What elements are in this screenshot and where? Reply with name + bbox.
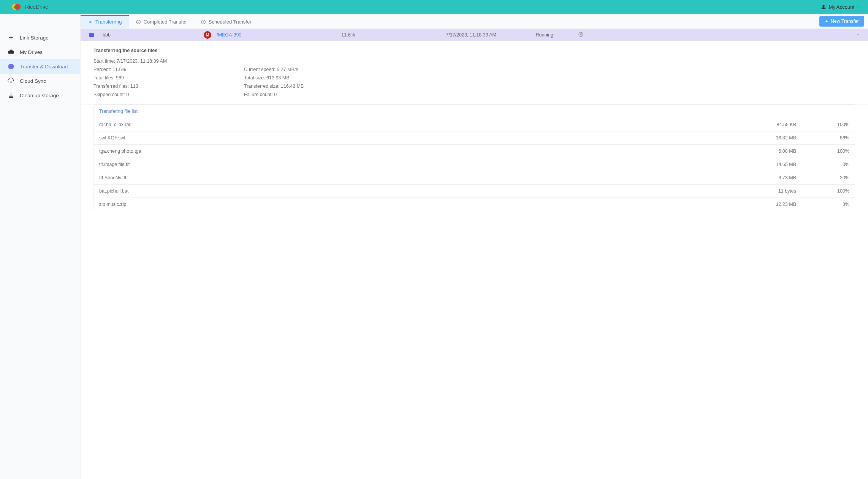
file-size: 3.73 MB: [732, 175, 796, 180]
file-size: 12.23 MB: [732, 202, 796, 207]
file-row: bat.pichuli.bat11 bytes100%: [94, 185, 855, 198]
new-transfer-button[interactable]: New Transfer: [819, 16, 864, 27]
file-row: ttf.ShaoNv.ttf3.73 MB20%: [94, 171, 855, 185]
sidebar-item-label: Link Storage: [20, 35, 49, 41]
file-name: ttf.ShaoNv.ttf: [99, 175, 732, 180]
file-size: 11 bytes: [732, 188, 796, 194]
file-name: swf.KOF.swf: [99, 135, 732, 141]
file-name: tif.image file.tif: [99, 162, 732, 167]
folder-icon: [88, 32, 95, 38]
task-percent: 11.6%: [306, 32, 390, 38]
task-destination: M /MEGA-390: [204, 31, 306, 39]
brand-name: RiceDrive: [25, 4, 48, 10]
file-size: 84.55 KB: [732, 122, 796, 127]
stat-label: Total size:: [244, 75, 266, 81]
file-name: tga.cheng photo.tga: [99, 149, 732, 154]
cloud-icon: [8, 49, 14, 55]
tabs: Transferring Completed Transfer Schedule…: [81, 15, 258, 28]
stat-total-size: Total size: 613.93 MB: [244, 75, 394, 81]
check-circle-icon: [136, 19, 141, 25]
plus-icon: [825, 19, 828, 23]
stat-start-time: Start time: 7/17/2023, 11:18:39 AM: [93, 58, 244, 64]
stat-label: Transferred size:: [244, 84, 281, 89]
task-time: 7/17/2023, 11:18:39 AM: [390, 32, 496, 38]
user-icon: [820, 4, 827, 10]
file-size: 16.82 MB: [732, 135, 796, 141]
file-name: rar.ha_clipx.rar: [99, 122, 732, 127]
mega-icon: M: [204, 31, 211, 39]
transfer-icon: [8, 63, 14, 70]
sidebar-item-link-storage[interactable]: Link Storage: [0, 30, 80, 45]
sidebar-item-cloud-sync[interactable]: Cloud Sync: [0, 74, 80, 88]
task-source: bbb: [86, 32, 204, 38]
transferring-file-list: Transfering file list rar.ha_clipx.rar84…: [93, 104, 855, 211]
svg-point-6: [136, 20, 140, 24]
stat-label: Skipped count:: [93, 92, 126, 97]
account-menu[interactable]: My Account: [820, 4, 860, 10]
stat-label: Start time:: [93, 58, 116, 64]
stat-transferred-files: Transferred files: 113: [93, 84, 244, 89]
stat-percent: Percent: 11.6%: [93, 67, 244, 72]
tab-bar: Transferring Completed Transfer Schedule…: [81, 14, 868, 29]
stat-label: Total files:: [93, 75, 116, 81]
task-destination-path: /MEGA-390: [217, 32, 241, 38]
new-transfer-label: New Transfer: [831, 19, 859, 24]
forward-icon: [87, 19, 93, 25]
sidebar-item-transfer-download[interactable]: Transfer & Download: [0, 59, 80, 74]
sidebar-item-label: Cloud Sync: [20, 78, 46, 84]
stat-value: 116.48 MB: [281, 84, 304, 89]
stat-transferred-size: Transferred size: 116.48 MB: [244, 84, 394, 89]
file-row: rar.ha_clipx.rar84.55 KB100%: [94, 118, 855, 131]
stat-label: Transferred files:: [93, 84, 130, 89]
file-percent: 3%: [796, 202, 849, 207]
stat-value: 613.93 MB: [266, 75, 289, 81]
sidebar-item-label: Clean up storage: [20, 93, 59, 98]
expand-task-button[interactable]: [856, 32, 860, 38]
app-header: RiceDrive My Account: [0, 0, 868, 14]
task-status: Running: [496, 32, 553, 38]
file-row: tga.cheng photo.tga6.08 MB100%: [94, 145, 855, 158]
file-percent: 0%: [796, 162, 849, 167]
stat-failure: Failure count: 0: [244, 92, 394, 97]
file-list-header: Transfering file list: [94, 105, 855, 118]
sidebar-item-clean-up-storage[interactable]: Clean up storage: [0, 88, 80, 103]
tab-label: Transferring: [95, 19, 122, 25]
sidebar-item-label: Transfer & Download: [20, 64, 68, 70]
file-row: zip.music.zip12.23 MB3%: [94, 198, 855, 211]
stat-value: 7/17/2023, 11:18:39 AM: [116, 58, 167, 64]
tab-transferring[interactable]: Transferring: [81, 15, 129, 28]
stat-value: 969: [116, 75, 124, 81]
transfer-task-row[interactable]: bbb M /MEGA-390 11.6% 7/17/2023, 11:18:3…: [81, 29, 868, 41]
stat-label: Failure count:: [244, 92, 274, 97]
stat-value: 5.27 MB/s: [277, 67, 298, 72]
sidebar-item-my-drives[interactable]: My Drives: [0, 45, 80, 59]
file-size: 6.08 MB: [732, 149, 796, 154]
sync-icon: [8, 77, 14, 84]
brand: RiceDrive: [11, 2, 48, 12]
tab-label: Completed Transfer: [144, 19, 187, 25]
detail-title: Transferring the source files: [93, 48, 855, 53]
plus-icon: [8, 34, 14, 41]
clock-icon: [201, 19, 206, 25]
stat-value: 0: [274, 92, 277, 97]
stat-skipped: Skipped count: 0: [93, 92, 244, 97]
file-row: swf.KOF.swf16.82 MB86%: [94, 131, 855, 145]
task-source-name: bbb: [103, 32, 111, 38]
tab-completed-transfer[interactable]: Completed Transfer: [129, 15, 194, 28]
file-name: bat.pichuli.bat: [99, 188, 732, 194]
brand-logo-icon: [11, 2, 21, 12]
stat-label: Current speed:: [244, 67, 277, 72]
sidebar-item-label: My Drives: [20, 49, 43, 55]
cancel-task-button[interactable]: [578, 32, 584, 38]
file-row: tif.image file.tif14.65 MB0%: [94, 158, 855, 171]
tab-scheduled-transfer[interactable]: Scheduled Transfer: [194, 15, 258, 28]
stat-label: Percent:: [93, 67, 112, 72]
stat-speed: Current speed: 5.27 MB/s: [244, 67, 394, 72]
file-percent: 100%: [796, 122, 849, 127]
file-percent: 20%: [796, 175, 849, 180]
file-percent: 100%: [796, 149, 849, 154]
file-name: zip.music.zip: [99, 202, 732, 207]
account-label: My Account: [829, 4, 854, 10]
stat-value: 113: [130, 84, 138, 89]
main-panel: Transferring Completed Transfer Schedule…: [81, 14, 868, 479]
